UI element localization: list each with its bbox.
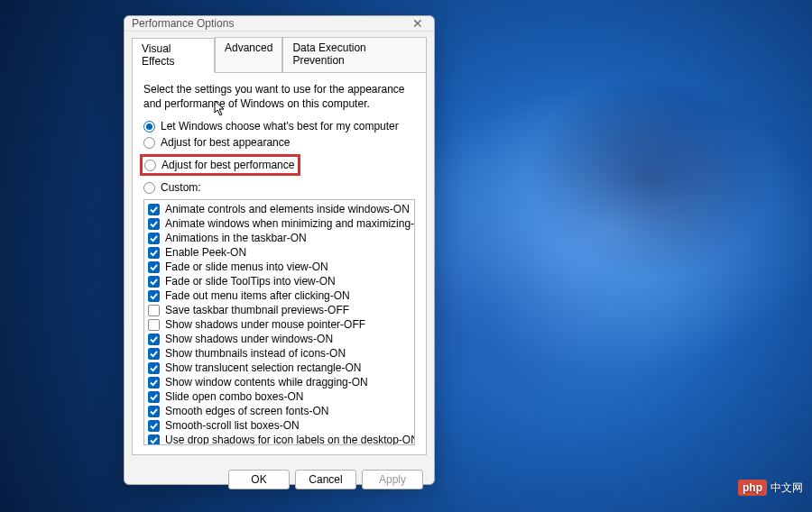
checkbox-checked-icon xyxy=(148,276,160,288)
check-8[interactable]: Show shadows under mouse pointer-OFF xyxy=(146,317,412,332)
check-6[interactable]: Fade out menu items after clicking-ON xyxy=(146,288,412,303)
watermark-text: 中文网 xyxy=(770,480,803,496)
check-label: Slide open combo boxes-ON xyxy=(165,390,303,403)
check-14[interactable]: Smooth edges of screen fonts-ON xyxy=(146,404,412,418)
dialog-title: Performance Options xyxy=(132,17,409,30)
checkbox-checked-icon xyxy=(148,377,160,389)
radio-icon xyxy=(143,137,155,149)
visual-effects-listbox[interactable]: Animate controls and elements inside win… xyxy=(143,199,415,445)
check-label: Fade or slide menus into view-ON xyxy=(165,261,328,273)
check-3[interactable]: Enable Peek-ON xyxy=(146,245,412,260)
check-label: Show thumbnails instead of icons-ON xyxy=(165,347,346,360)
check-13[interactable]: Slide open combo boxes-ON xyxy=(146,389,412,404)
dialog-titlebar[interactable]: Performance Options ✕ xyxy=(125,16,434,32)
check-label: Show translucent selection rectangle-ON xyxy=(165,361,361,374)
check-2[interactable]: Animations in the taskbar-ON xyxy=(146,231,412,245)
radio-adjust-for-best-performance[interactable]: Adjust for best performance xyxy=(140,154,300,176)
check-label: Fade or slide ToolTips into view-ON xyxy=(165,275,336,288)
checkbox-unchecked-icon xyxy=(148,319,160,331)
checkbox-checked-icon xyxy=(148,391,160,403)
checkbox-checked-icon xyxy=(148,204,160,215)
checkbox-unchecked-icon xyxy=(148,305,160,316)
check-label: Animate windows when minimizing and maxi… xyxy=(165,217,415,230)
check-0[interactable]: Animate controls and elements inside win… xyxy=(146,202,412,216)
check-label: Fade out menu items after clicking-ON xyxy=(165,289,350,302)
close-icon[interactable]: ✕ xyxy=(409,16,427,31)
cancel-button[interactable]: Cancel xyxy=(295,470,356,489)
radio-label: Adjust for best appearance xyxy=(161,136,290,149)
radio-icon xyxy=(143,182,155,194)
radio-label: Adjust for best performance xyxy=(161,159,294,171)
checkbox-checked-icon xyxy=(148,233,160,244)
check-label: Enable Peek-ON xyxy=(165,246,246,259)
check-5[interactable]: Fade or slide ToolTips into view-ON xyxy=(146,274,412,288)
tab-data-execution-prevention[interactable]: Data Execution Prevention xyxy=(282,37,427,72)
panel-description: Select the settings you want to use for … xyxy=(143,82,415,111)
checkbox-checked-icon xyxy=(148,218,160,230)
check-9[interactable]: Show shadows under windows-ON xyxy=(146,332,412,346)
check-10[interactable]: Show thumbnails instead of icons-ON xyxy=(146,346,412,361)
checkbox-checked-icon xyxy=(148,434,160,446)
check-1[interactable]: Animate windows when minimizing and maxi… xyxy=(146,216,412,231)
radio-label: Let Windows choose what's best for my co… xyxy=(161,120,399,133)
check-label: Show shadows under windows-ON xyxy=(165,333,333,345)
radio-let-windows-choose-what-s-best-for-my-computer[interactable]: Let Windows choose what's best for my co… xyxy=(143,120,415,133)
checkbox-checked-icon xyxy=(148,334,160,345)
checkbox-checked-icon xyxy=(148,247,160,259)
radio-custom[interactable]: Custom: xyxy=(143,181,415,194)
checkbox-checked-icon xyxy=(148,290,160,302)
dialog-button-row: OK Cancel Apply xyxy=(125,462,434,498)
checkbox-checked-icon xyxy=(148,362,160,374)
checkbox-checked-icon xyxy=(148,420,160,432)
check-label: Animations in the taskbar-ON xyxy=(165,232,307,244)
check-12[interactable]: Show window contents while dragging-ON xyxy=(146,375,412,389)
check-16[interactable]: Use drop shadows for icon labels on the … xyxy=(146,433,412,445)
check-15[interactable]: Smooth-scroll list boxes-ON xyxy=(146,418,412,433)
check-7[interactable]: Save taskbar thumbnail previews-OFF xyxy=(146,303,412,317)
check-label: Animate controls and elements inside win… xyxy=(165,203,410,215)
check-label: Smooth-scroll list boxes-ON xyxy=(165,419,300,432)
check-label: Show window contents while dragging-ON xyxy=(165,376,368,389)
tab-advanced[interactable]: Advanced xyxy=(215,37,282,72)
watermark-logo: php xyxy=(738,480,767,496)
radio-icon xyxy=(144,160,156,171)
checkbox-checked-icon xyxy=(148,261,160,273)
tab-visual-effects[interactable]: Visual Effects xyxy=(132,38,215,73)
checkbox-checked-icon xyxy=(148,348,160,360)
check-label: Save taskbar thumbnail previews-OFF xyxy=(165,304,349,316)
radio-adjust-for-best-appearance[interactable]: Adjust for best appearance xyxy=(143,136,415,149)
check-label: Use drop shadows for icon labels on the … xyxy=(165,434,415,445)
checkbox-checked-icon xyxy=(148,406,160,417)
radio-icon xyxy=(143,121,155,133)
check-label: Smooth edges of screen fonts-ON xyxy=(165,405,328,417)
check-4[interactable]: Fade or slide menus into view-ON xyxy=(146,260,412,274)
visual-effects-panel: Select the settings you want to use for … xyxy=(132,72,427,455)
radio-label: Custom: xyxy=(161,181,201,194)
check-11[interactable]: Show translucent selection rectangle-ON xyxy=(146,361,412,375)
check-label: Show shadows under mouse pointer-OFF xyxy=(165,318,365,331)
watermark: php 中文网 xyxy=(738,480,803,496)
performance-options-dialog: Performance Options ✕ Visual EffectsAdva… xyxy=(124,15,435,485)
ok-button[interactable]: OK xyxy=(228,470,290,489)
tab-strip: Visual EffectsAdvancedData Execution Pre… xyxy=(125,32,434,72)
apply-button[interactable]: Apply xyxy=(362,470,423,489)
